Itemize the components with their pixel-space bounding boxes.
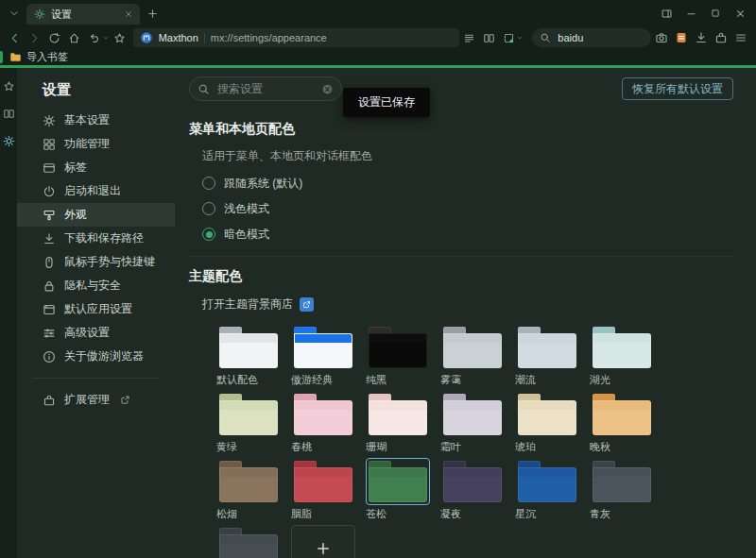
undo-closed-tab-button[interactable] bbox=[85, 28, 104, 47]
new-tab-button[interactable] bbox=[142, 3, 163, 24]
home-button[interactable] bbox=[65, 28, 84, 47]
theme-name: 雾霭 bbox=[440, 373, 508, 387]
sidebar-item-4[interactable]: 外观 bbox=[17, 203, 175, 227]
back-button[interactable] bbox=[6, 28, 25, 47]
web-search-input[interactable] bbox=[556, 31, 644, 44]
sidebar-item-extensions[interactable]: 扩展管理 bbox=[17, 388, 175, 412]
sidebar-item-label: 功能管理 bbox=[64, 136, 110, 152]
sidebar-item-10[interactable]: 关于傲游浏览器 bbox=[17, 345, 175, 368]
add-theme-button[interactable] bbox=[291, 525, 359, 558]
sidebar-item-5[interactable]: 下载和保存路径 bbox=[17, 227, 175, 250]
main-menu-button[interactable] bbox=[731, 28, 750, 47]
radio-label: 跟随系统 (默认) bbox=[224, 176, 302, 192]
sidebar-item-label: 下载和保存路径 bbox=[64, 230, 144, 246]
theme-name: 傲游经典 bbox=[291, 373, 359, 387]
theme-name: 苍松 bbox=[366, 507, 434, 521]
plus-icon bbox=[146, 8, 159, 20]
side-panel-button[interactable] bbox=[654, 3, 679, 24]
power-icon bbox=[43, 185, 56, 198]
refresh-button[interactable] bbox=[45, 28, 64, 47]
forward-button[interactable] bbox=[26, 28, 44, 47]
theme-preview bbox=[590, 391, 654, 438]
screenshot-button[interactable] bbox=[652, 28, 671, 47]
sidebar-item-8[interactable]: 默认应用设置 bbox=[17, 297, 175, 321]
notes-button[interactable] bbox=[672, 28, 691, 47]
content-header: 恢复所有默认设置 bbox=[189, 68, 756, 110]
favorite-button[interactable] bbox=[111, 28, 129, 47]
sidebar-item-0[interactable]: 基本设置 bbox=[17, 109, 175, 132]
sidebar-item-1[interactable]: 功能管理 bbox=[17, 132, 175, 156]
tab-settings[interactable]: 设置 bbox=[26, 4, 140, 25]
chevron-down-icon[interactable] bbox=[516, 34, 524, 42]
extensions-button[interactable] bbox=[712, 28, 730, 47]
theme-card-4[interactable]: 潮流 bbox=[515, 324, 583, 387]
rail-panel-button[interactable] bbox=[2, 107, 15, 120]
theme-preview bbox=[515, 391, 579, 438]
sidebar-item-7[interactable]: 隐私与安全 bbox=[17, 274, 175, 297]
theme-card-10[interactable]: 琥珀 bbox=[515, 391, 583, 454]
rail-favorites-button[interactable] bbox=[2, 79, 15, 93]
menu-icon bbox=[734, 31, 747, 44]
tab-close-button[interactable] bbox=[122, 8, 135, 21]
theme-card-7[interactable]: 春桃 bbox=[291, 391, 359, 454]
snapshot-button[interactable] bbox=[499, 28, 518, 47]
store-badge-icon[interactable] bbox=[300, 297, 314, 312]
rail-settings-button[interactable] bbox=[2, 134, 15, 147]
theme-card-8[interactable]: 珊瑚 bbox=[366, 391, 434, 454]
close-window-button[interactable] bbox=[728, 3, 752, 24]
theme-card-5[interactable]: 湖光 bbox=[590, 324, 658, 387]
theme-preview bbox=[590, 458, 654, 505]
theme-preview bbox=[216, 391, 281, 438]
minimize-button[interactable] bbox=[679, 3, 703, 24]
radio-unselected[interactable] bbox=[202, 202, 215, 215]
clear-search-icon[interactable] bbox=[321, 83, 334, 95]
theme-card-9[interactable]: 霜叶 bbox=[440, 391, 508, 454]
theme-store-link[interactable]: 打开主题背景商店 bbox=[202, 296, 756, 313]
color-mode-option-1[interactable]: 浅色模式 bbox=[202, 202, 756, 215]
download-icon bbox=[695, 31, 708, 44]
theme-preview bbox=[366, 391, 430, 438]
web-search-box[interactable] bbox=[532, 28, 651, 47]
theme-card-2[interactable]: 纯黑 bbox=[366, 324, 434, 387]
import-bookmarks-button[interactable]: 导入书签 bbox=[9, 50, 68, 64]
sidebar-item-label: 基本设置 bbox=[64, 112, 110, 128]
address-bar[interactable]: Maxthon mx://settings/appearance bbox=[133, 28, 459, 47]
brand-label: Maxthon bbox=[159, 32, 198, 43]
split-screen-button[interactable] bbox=[479, 28, 498, 47]
back-icon bbox=[9, 32, 21, 44]
radio-selected[interactable] bbox=[202, 228, 215, 241]
radio-unselected[interactable] bbox=[202, 177, 215, 190]
theme-card-17[interactable]: 青灰 bbox=[590, 458, 658, 521]
theme-card-1[interactable]: 傲游经典 bbox=[291, 324, 359, 387]
tab-list-dropdown-button[interactable] bbox=[4, 3, 25, 24]
section-title: 主题配色 bbox=[189, 268, 756, 285]
color-mode-option-0[interactable]: 跟随系统 (默认) bbox=[202, 177, 756, 190]
chevron-down-icon[interactable] bbox=[102, 34, 110, 42]
theme-card-16[interactable]: 星沉 bbox=[515, 458, 583, 521]
sidebar-item-9[interactable]: 高级设置 bbox=[17, 321, 175, 345]
theme-card-18[interactable]: 暗夜 bbox=[216, 525, 284, 558]
maxthon-logo-icon bbox=[140, 31, 153, 44]
sidebar-item-3[interactable]: 启动和退出 bbox=[17, 179, 175, 203]
theme-card-11[interactable]: 晚秋 bbox=[590, 391, 658, 454]
downloads-button[interactable] bbox=[692, 28, 711, 47]
maximize-button[interactable] bbox=[703, 3, 728, 24]
sidebar-item-label: 鼠标手势与快捷键 bbox=[64, 254, 155, 270]
gear-icon bbox=[3, 135, 15, 147]
sidebar-item-2[interactable]: 标签 bbox=[17, 156, 175, 179]
color-mode-option-2[interactable]: 暗色模式 bbox=[202, 228, 756, 241]
restore-defaults-button[interactable]: 恢复所有默认设置 bbox=[622, 77, 733, 100]
bookmarks-bar: 导入书签 bbox=[0, 49, 756, 65]
theme-card-14[interactable]: 苍松 bbox=[366, 458, 434, 521]
theme-card-12[interactable]: 松烟 bbox=[216, 458, 284, 521]
theme-card-13[interactable]: 胭脂 bbox=[291, 458, 359, 521]
theme-card-15[interactable]: 凝夜 bbox=[440, 458, 508, 521]
reader-mode-button[interactable] bbox=[460, 28, 479, 47]
theme-card-6[interactable]: 黄绿 bbox=[216, 391, 284, 454]
settings-search-input[interactable] bbox=[215, 81, 316, 96]
theme-card-0[interactable]: 默认配色 bbox=[216, 324, 284, 387]
forward-icon bbox=[28, 32, 41, 44]
sidebar-item-6[interactable]: 鼠标手势与快捷键 bbox=[17, 250, 175, 274]
theme-card-3[interactable]: 雾霭 bbox=[440, 324, 508, 387]
settings-search-box[interactable] bbox=[189, 76, 342, 101]
